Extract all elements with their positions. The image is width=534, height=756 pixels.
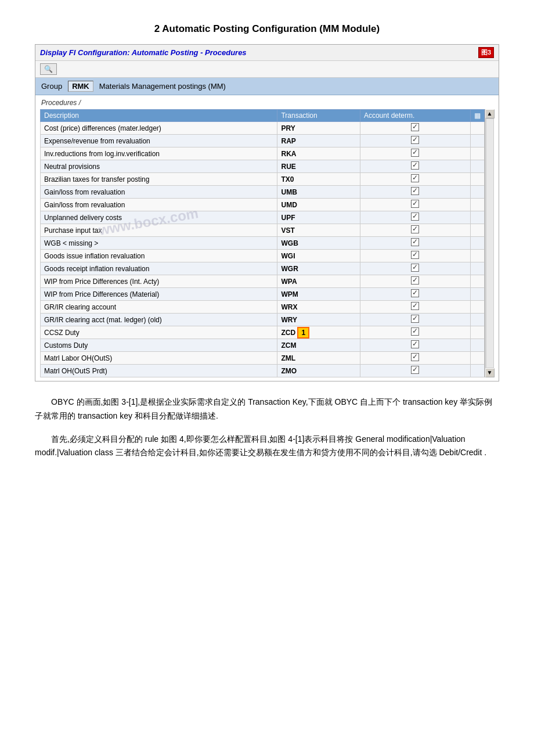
group-label: Group [41,82,62,91]
table-row: WGB < missing >WGB [41,237,485,250]
group-description: Materials Management postings (MM) [99,82,226,91]
group-bar: Group RMK Materials Management postings … [35,78,499,95]
table-row: Expense/revenue from revaluationRAP [41,135,485,147]
cell-empty [471,237,485,250]
cell-description: GR/IR clearing account [41,301,277,314]
checkbox-icon [411,251,419,259]
cell-empty [471,352,485,365]
cell-empty [471,211,485,224]
search-button[interactable]: 🔍 [40,63,57,75]
cell-empty [471,135,485,147]
grid-icon: ▦ [474,111,481,120]
table-row: CCSZ DutyZCD 1 [41,326,485,339]
scroll-down-button[interactable]: ▼ [485,368,495,377]
cell-description: WIP from Price Differences (Material) [41,288,277,301]
cell-description: Brazilian taxes for transfer posting [41,173,277,186]
table-row: Brazilian taxes for transfer postingTX0 [41,173,485,186]
cell-transaction: VST [277,224,360,237]
checkbox-icon [411,187,419,195]
cell-account-determ [360,250,470,262]
cell-account-determ [360,352,470,365]
table-row: Cost (price) differences (mater.ledger)P… [41,122,485,135]
cell-description: Matrl OH(OutS Prdt) [41,365,277,377]
cell-transaction: ZML [277,352,360,365]
cell-empty [471,224,485,237]
cell-account-determ [360,173,470,186]
checkbox-icon [411,213,419,221]
table-wrapper: www.bocx.com Description Transaction Acc… [40,109,485,377]
cell-description: Gain/loss from revaluation [41,199,277,211]
sap-title-bar: Display FI Configuration: Automatic Post… [35,45,499,61]
cell-empty [471,122,485,135]
table-row: Gain/loss from revaluationUMB [41,186,485,199]
table-row: Gain/loss from revaluationUMD [41,199,485,211]
cell-transaction: UPF [277,211,360,224]
table-row: GR/IR clearing acct (mat. ledger) (old)W… [41,314,485,326]
checkbox-icon [411,366,419,374]
cell-description: Matrl Labor OH(OutS) [41,352,277,365]
cell-empty [471,173,485,186]
table-row: Matrl Labor OH(OutS)ZML [41,352,485,365]
table-area: Procedures / www.bocx.com Description Tr… [35,95,499,381]
paragraph-2-text: 首先,必须定义科目分配的 rule 如图 4,即你要怎么样配置科目,如图 4-[… [35,434,486,458]
checkbox-icon [411,289,419,297]
table-row: Matrl OH(OutS Prdt)ZMO [41,365,485,377]
page-title: 2 Automatic Posting Configuration (MM Mo… [35,23,499,35]
cell-account-determ [360,147,470,160]
checkbox-icon [411,353,419,361]
checkbox-icon [411,123,419,131]
checkbox-icon [411,264,419,272]
cell-account-determ [360,365,470,377]
cell-account-determ [360,339,470,352]
cell-description: Inv.reductions from log.inv.verification [41,147,277,160]
table-row: Purchase input taxVST [41,224,485,237]
cell-account-determ [360,326,470,339]
vertical-scrollbar[interactable]: ▲ ▼ [485,109,494,377]
table-row: Goods receipt inflation revaluationWGR [41,262,485,275]
cell-description: Cost (price) differences (mater.ledger) [41,122,277,135]
col-header-account: Account determ. [360,110,470,122]
cell-description: Customs Duty [41,339,277,352]
cell-empty [471,339,485,352]
table-with-scrollbar: www.bocx.com Description Transaction Acc… [40,109,494,377]
sap-title-text: Display FI Configuration: Automatic Post… [40,48,247,57]
cell-account-determ [360,314,470,326]
cell-description: Neutral provisions [41,160,277,173]
table-row: WIP from Price Differences (Material)WPM [41,288,485,301]
cell-transaction: WPA [277,275,360,288]
cell-empty [471,262,485,275]
group-key: RMK [68,81,93,92]
cell-description: CCSZ Duty [41,326,277,339]
checkbox-icon [411,327,419,336]
cell-description: Goods receipt inflation revaluation [41,262,277,275]
cell-transaction: PRY [277,122,360,135]
cell-account-determ [360,199,470,211]
checkbox-icon [411,315,419,323]
cell-transaction: WPM [277,288,360,301]
paragraph-1: OBYC 的画面,如图 3-[1],是根据企业实际需求自定义的 Transact… [35,395,499,423]
scroll-track[interactable] [486,118,494,368]
cell-transaction: RAP [277,135,360,147]
cell-transaction: ZCD 1 [277,326,360,339]
paragraph-2: 首先,必须定义科目分配的 rule 如图 4,即你要怎么样配置科目,如图 4-[… [35,433,499,460]
scroll-up-button[interactable]: ▲ [485,109,495,118]
cell-empty [471,186,485,199]
fig-badge: 图3 [478,47,494,58]
cell-transaction: WRY [277,314,360,326]
cell-account-determ [360,211,470,224]
cell-transaction: RUE [277,160,360,173]
checkbox-icon [411,340,419,348]
cell-account-determ [360,122,470,135]
cell-account-determ [360,135,470,147]
cell-description: WGB < missing > [41,237,277,250]
cell-description: WIP from Price Differences (Int. Acty) [41,275,277,288]
col-header-transaction: Transaction [277,110,360,122]
table-row: GR/IR clearing accountWRX [41,301,485,314]
checkbox-icon [411,302,419,310]
cell-description: GR/IR clearing acct (mat. ledger) (old) [41,314,277,326]
col-header-description: Description [41,110,277,122]
checkbox-icon [411,174,419,182]
sap-window: Display FI Configuration: Automatic Post… [35,44,499,381]
cell-empty [471,314,485,326]
sap-toolbar: 🔍 [35,61,499,78]
